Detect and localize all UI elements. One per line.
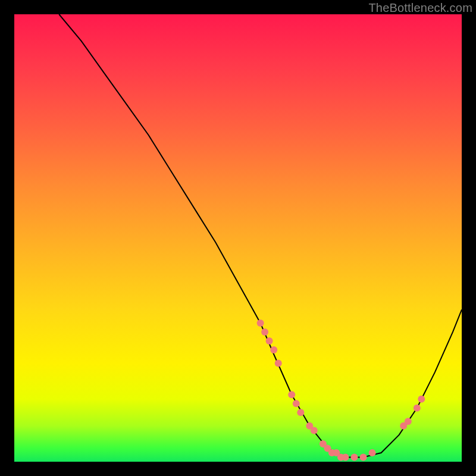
data-point [275,360,282,367]
data-point [405,418,412,425]
data-point [288,391,295,398]
data-point [414,405,421,412]
data-point [270,346,277,353]
data-point [266,337,273,345]
data-point [369,449,376,456]
data-markers [257,320,425,461]
data-point [360,454,367,461]
data-point [342,454,349,461]
data-point [293,400,300,407]
data-point [257,320,264,327]
data-point [261,328,268,336]
bottleneck-curve [59,14,462,458]
data-point [311,427,318,434]
chart-frame [14,14,462,462]
data-point [418,396,425,403]
watermark-text: TheBottleneck.com [368,1,472,15]
data-point [297,409,304,416]
data-point [351,454,358,461]
chart-overlay [14,14,462,462]
